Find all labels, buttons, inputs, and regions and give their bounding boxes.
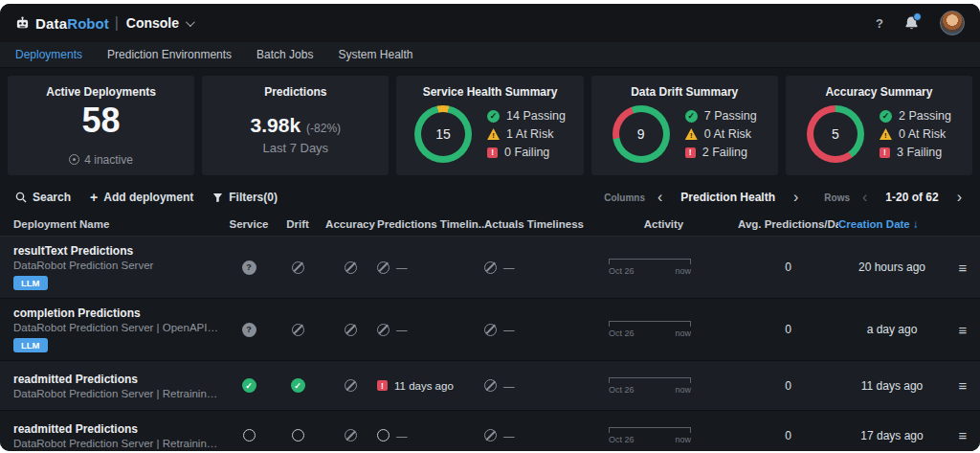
datarobot-logo[interactable]: DataRobot	[15, 15, 109, 32]
columns-next-button[interactable]: ›	[791, 190, 801, 205]
col-activity[interactable]: Activity	[590, 218, 738, 230]
predictions-timeliness-cell: —	[377, 261, 484, 274]
none-status-icon	[377, 261, 390, 274]
sparkline-labels: Oct 26now	[609, 266, 691, 276]
creation-date-value: 11 days ago	[838, 379, 946, 393]
timeliness-text: —	[503, 430, 515, 442]
active-deployments-count: 58	[82, 102, 121, 139]
col-drift[interactable]: Drift	[272, 218, 323, 230]
passing-status-icon: ✓	[242, 378, 256, 393]
row-menu-button[interactable]: ≡	[946, 427, 980, 443]
none-status-icon	[345, 324, 357, 336]
columns-prev-button[interactable]: ‹	[655, 190, 665, 205]
activity-sparkline: Oct 26now	[609, 259, 691, 276]
predictions-value: 3.98k	[251, 114, 301, 137]
col-actuals-timeliness[interactable]: Actuals Timeliness	[484, 218, 590, 230]
col-accuracy[interactable]: Accuracy	[323, 218, 377, 230]
col-avg-predictions[interactable]: Avg. Predictions/Day	[738, 218, 838, 230]
none-status-icon	[377, 324, 390, 336]
deployment-subtitle: DataRobot Prediction Server	[13, 260, 219, 271]
service-health-donut: 15	[414, 105, 472, 163]
none-status-icon	[292, 261, 304, 274]
table-row[interactable]: readmitted PredictionsDataRobot Predicti…	[0, 361, 980, 411]
data-drift-legend: ✓7 Passing !0 At Risk !2 Failing	[685, 109, 757, 159]
col-predictions-timeliness[interactable]: Predictions Timelin...	[377, 218, 484, 230]
creation-date-value: a day ago	[838, 323, 946, 336]
sparkline-start-label: Oct 26	[609, 385, 635, 395]
tab-system-health[interactable]: System Health	[338, 48, 412, 61]
llm-badge: LLM	[13, 276, 48, 290]
legend-label: 14 Passing	[506, 109, 566, 123]
llm-badge: LLM	[13, 338, 48, 352]
notifications-button[interactable]	[904, 15, 919, 31]
sparkline-end-label: now	[675, 435, 691, 444]
columns-page-value: Prediction Health	[675, 191, 781, 204]
row-menu-button[interactable]: ≡	[946, 322, 980, 338]
top-bar: DataRobot | Console ?	[0, 4, 980, 42]
at-risk-icon: !	[880, 128, 892, 140]
tab-deployments[interactable]: Deployments	[15, 48, 82, 61]
activity-sparkline: Oct 26now	[609, 321, 691, 338]
avg-predictions-value: 0	[738, 429, 838, 442]
none-status-icon	[484, 261, 497, 274]
filters-button[interactable]: Filters(0)	[212, 191, 278, 204]
deployment-subtitle: DataRobot Prediction Server | OpenAPI LL…	[13, 322, 219, 333]
table-row[interactable]: completion PredictionsDataRobot Predicti…	[0, 299, 980, 361]
failing-icon: !	[880, 147, 890, 158]
avatar[interactable]	[940, 11, 965, 35]
card-title: Service Health Summary	[423, 85, 558, 99]
col-creation-date[interactable]: Creation Date ↓	[838, 218, 946, 230]
service-health-legend: ✓14 Passing !1 At Risk !0 Failing	[487, 109, 566, 159]
none-status-icon	[484, 324, 497, 336]
console-switcher[interactable]: Console	[126, 15, 192, 31]
legend-label: 2 Passing	[899, 109, 951, 123]
deployment-name-cell: completion PredictionsDataRobot Predicti…	[13, 306, 226, 352]
at-risk-icon: !	[685, 128, 698, 140]
sparkline-start-label: Oct 26	[609, 435, 635, 444]
timeliness-text: —	[503, 261, 515, 273]
search-button[interactable]: Search	[15, 191, 71, 204]
table-row[interactable]: resultText PredictionsDataRobot Predicti…	[0, 237, 980, 299]
avg-predictions-value: 0	[738, 323, 838, 336]
donut-total: 9	[619, 112, 663, 156]
active-deployments-card: Active Deployments 58 4 inactive	[8, 76, 194, 175]
predictions-timeliness-cell: —	[377, 429, 484, 442]
deployment-subtitle: DataRobot Prediction Server | Retraining…	[13, 438, 219, 449]
service-status-cell: ?	[226, 260, 272, 275]
help-button[interactable]: ?	[876, 16, 883, 31]
failing-icon: !	[685, 147, 696, 158]
filter-icon	[212, 193, 223, 203]
none-status-icon	[484, 379, 497, 392]
add-deployment-button[interactable]: + Add deployment	[90, 190, 193, 205]
col-deployment-name[interactable]: Deployment Name	[13, 218, 226, 230]
actuals-timeliness-cell: —	[484, 261, 590, 274]
plus-icon: +	[90, 190, 98, 205]
tab-batch-jobs[interactable]: Batch Jobs	[256, 48, 313, 61]
sparkline-plot	[609, 259, 691, 264]
predictions-timeliness-cell: !11 days ago	[377, 380, 484, 392]
rows-prev-button[interactable]: ‹	[859, 190, 870, 205]
service-status-cell: ?	[226, 323, 272, 337]
inactive-icon	[69, 154, 79, 165]
actuals-timeliness-cell: —	[484, 324, 590, 336]
activity-sparkline: Oct 26now	[609, 427, 691, 444]
actuals-timeliness-cell: —	[484, 429, 590, 442]
legend-label: 7 Passing	[704, 109, 757, 123]
row-menu-button[interactable]: ≡	[946, 260, 980, 276]
passing-status-icon: ✓	[291, 378, 305, 393]
timeliness-text: —	[503, 324, 515, 335]
timeliness-text: —	[396, 324, 408, 335]
sparkline-end-label: now	[675, 385, 691, 395]
deployment-name: resultText Predictions	[13, 244, 226, 258]
table-row[interactable]: readmitted PredictionsDataRobot Predicti…	[0, 411, 980, 451]
nav-tabs: Deployments Prediction Environments Batc…	[0, 42, 980, 68]
predictions-timeliness-cell: —	[377, 324, 484, 336]
passing-icon: ✓	[685, 110, 698, 123]
accuracy-legend: ✓2 Passing !0 At Risk !3 Failing	[880, 109, 951, 159]
col-service[interactable]: Service	[226, 218, 272, 230]
actuals-timeliness-cell: —	[484, 379, 590, 392]
deployment-subtitle: DataRobot Prediction Server | Retraining…	[13, 388, 219, 399]
rows-next-button[interactable]: ›	[954, 190, 965, 205]
tab-prediction-environments[interactable]: Prediction Environments	[107, 48, 232, 61]
row-menu-button[interactable]: ≡	[946, 377, 980, 394]
